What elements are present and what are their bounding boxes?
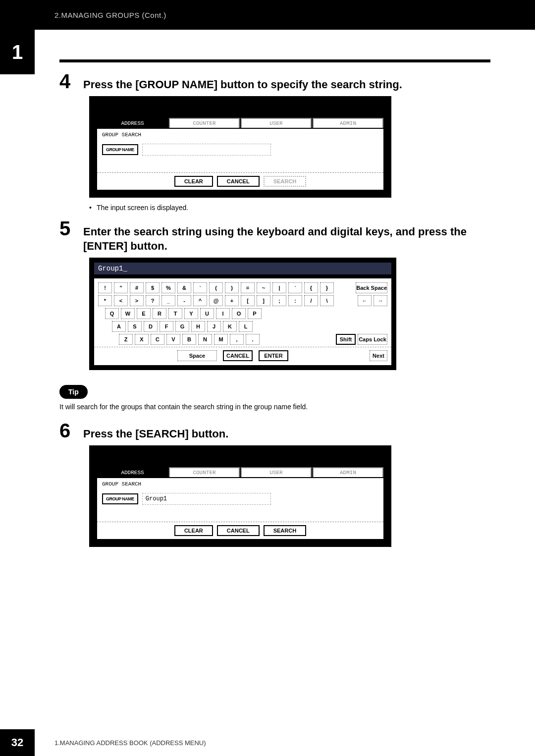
group-name-button[interactable]: GROUP NAME xyxy=(102,144,138,155)
step-text: Press the [SEARCH] button. xyxy=(83,427,490,441)
figure-step5: Group1_ ! " # $ % & ` ( ) = ~ xyxy=(89,258,490,370)
step-number: 4 xyxy=(59,71,74,91)
enter-key[interactable]: ENTER xyxy=(259,350,288,361)
tab-user[interactable]: USER xyxy=(241,467,312,477)
space-key[interactable]: Space xyxy=(177,350,217,361)
tab-counter[interactable]: COUNTER xyxy=(169,118,240,128)
key[interactable]: E xyxy=(137,308,151,319)
arrow-right-key[interactable]: → xyxy=(374,295,387,306)
clear-button[interactable]: CLEAR xyxy=(174,525,213,536)
next-key[interactable]: Next xyxy=(370,350,387,361)
key[interactable]: J xyxy=(207,321,221,332)
chapter-tab: 1 xyxy=(0,30,35,74)
tab-user[interactable]: USER xyxy=(241,118,312,128)
key[interactable]: @ xyxy=(209,295,223,306)
key[interactable]: % xyxy=(161,282,175,293)
key[interactable]: | xyxy=(272,282,286,293)
key[interactable]: [ xyxy=(241,295,255,306)
key[interactable]: C xyxy=(151,334,164,345)
tab-counter[interactable]: COUNTER xyxy=(169,467,240,477)
tip-badge: Tip xyxy=(59,385,88,399)
bullet-text: • The input screen is displayed. xyxy=(89,204,490,212)
section-title: 2.MANAGING GROUPS (Cont.) xyxy=(54,11,166,19)
key[interactable]: } xyxy=(320,282,334,293)
key[interactable]: A xyxy=(112,321,126,332)
key[interactable]: ` xyxy=(193,282,207,293)
key[interactable]: / xyxy=(304,295,318,306)
group-name-field[interactable]: Group1 xyxy=(142,493,271,505)
key[interactable]: = xyxy=(241,282,255,293)
cancel-key[interactable]: CANCEL xyxy=(223,350,253,361)
key[interactable]: \ xyxy=(320,295,334,306)
figure-step6: ADDRESS COUNTER USER ADMIN GROUP SEARCH … xyxy=(89,445,490,547)
key[interactable]: I xyxy=(216,308,230,319)
key[interactable]: M xyxy=(214,334,228,345)
step-number: 5 xyxy=(59,218,74,238)
key[interactable]: , xyxy=(230,334,244,345)
page-footer: 32 1.MANAGING ADDRESS BOOK (ADDRESS MENU… xyxy=(0,729,206,756)
tab-admin[interactable]: ADMIN xyxy=(313,118,383,128)
key[interactable]: Z xyxy=(119,334,133,345)
key[interactable]: . xyxy=(246,334,260,345)
figure-step4: ADDRESS COUNTER USER ADMIN GROUP SEARCH … xyxy=(89,96,490,198)
key[interactable]: ~ xyxy=(257,282,270,293)
key[interactable]: & xyxy=(177,282,191,293)
cancel-button[interactable]: CANCEL xyxy=(217,176,260,187)
clear-button[interactable]: CLEAR xyxy=(174,176,213,187)
key[interactable]: ` xyxy=(288,282,302,293)
key[interactable]: V xyxy=(166,334,180,345)
key[interactable]: Y xyxy=(184,308,198,319)
key[interactable]: W xyxy=(121,308,135,319)
backspace-key[interactable]: Back Space xyxy=(356,282,387,293)
key[interactable]: : xyxy=(288,295,302,306)
key[interactable]: < xyxy=(114,295,128,306)
key[interactable]: ] xyxy=(257,295,270,306)
key[interactable]: K xyxy=(223,321,237,332)
group-name-field[interactable] xyxy=(142,144,271,156)
tip-text: It will search for the groups that conta… xyxy=(59,403,490,411)
capslock-key[interactable]: Caps Lock xyxy=(358,334,387,345)
key[interactable]: U xyxy=(200,308,214,319)
step-text: Enter the search string using the keyboa… xyxy=(83,224,490,254)
key[interactable]: ; xyxy=(272,295,286,306)
key[interactable]: $ xyxy=(146,282,160,293)
key[interactable]: Q xyxy=(105,308,119,319)
shift-key[interactable]: Shift xyxy=(336,334,356,345)
step-4: 4 Press the [GROUP NAME] button to speci… xyxy=(59,71,490,92)
key[interactable]: O xyxy=(232,308,246,319)
key[interactable]: D xyxy=(144,321,158,332)
key[interactable]: B xyxy=(182,334,196,345)
key[interactable]: R xyxy=(153,308,166,319)
key[interactable]: # xyxy=(130,282,144,293)
arrow-left-key[interactable]: ← xyxy=(358,295,372,306)
key[interactable]: + xyxy=(225,295,239,306)
key[interactable]: - xyxy=(177,295,191,306)
key[interactable]: ) xyxy=(225,282,239,293)
key[interactable]: L xyxy=(239,321,253,332)
key[interactable]: S xyxy=(128,321,142,332)
key[interactable]: P xyxy=(248,308,262,319)
cancel-button[interactable]: CANCEL xyxy=(217,525,260,536)
key[interactable]: ! xyxy=(98,282,112,293)
key[interactable]: ^ xyxy=(193,295,207,306)
key[interactable]: ? xyxy=(146,295,160,306)
key[interactable]: " xyxy=(114,282,128,293)
key[interactable]: ( xyxy=(209,282,223,293)
key[interactable]: G xyxy=(175,321,189,332)
tab-address[interactable]: ADDRESS xyxy=(97,467,168,477)
footer-text: 1.MANAGING ADDRESS BOOK (ADDRESS MENU) xyxy=(35,729,206,756)
key[interactable]: * xyxy=(98,295,112,306)
keyboard-input[interactable]: Group1_ xyxy=(94,263,391,274)
key[interactable]: H xyxy=(191,321,205,332)
key[interactable]: X xyxy=(135,334,149,345)
key[interactable]: > xyxy=(130,295,144,306)
search-button[interactable]: SEARCH xyxy=(264,525,306,536)
key[interactable]: { xyxy=(304,282,318,293)
group-name-button[interactable]: GROUP NAME xyxy=(102,493,138,504)
tab-address[interactable]: ADDRESS xyxy=(97,118,168,128)
key[interactable]: F xyxy=(160,321,173,332)
tab-admin[interactable]: ADMIN xyxy=(313,467,383,477)
key[interactable]: _ xyxy=(161,295,175,306)
key[interactable]: N xyxy=(198,334,212,345)
key[interactable]: T xyxy=(168,308,182,319)
